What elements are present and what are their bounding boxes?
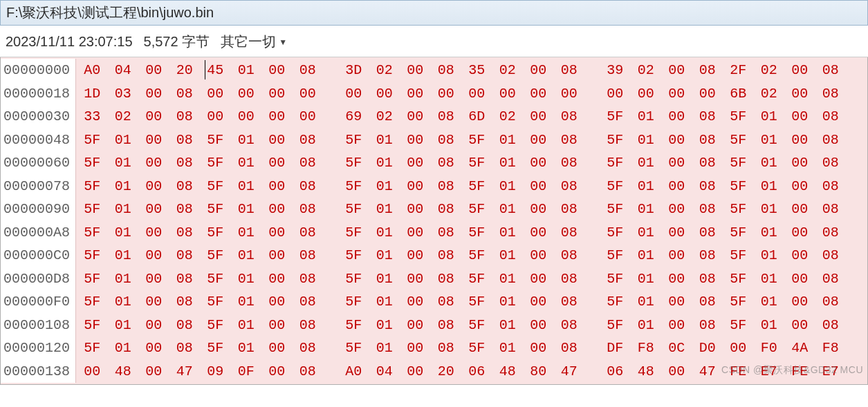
hex-byte[interactable]: 5F xyxy=(200,267,231,291)
hex-byte[interactable]: 08 xyxy=(169,314,201,337)
hex-byte[interactable]: 01 xyxy=(108,129,139,152)
hex-byte[interactable]: 08 xyxy=(169,151,201,175)
hex-byte[interactable]: 00 xyxy=(138,129,169,152)
hex-byte[interactable]: 5F xyxy=(200,290,231,314)
hex-byte[interactable]: 01 xyxy=(231,314,262,337)
hex-byte[interactable]: 00 xyxy=(261,267,293,291)
hex-byte[interactable]: 5F xyxy=(461,198,492,221)
hex-byte[interactable]: 5F xyxy=(723,105,754,129)
hex-byte[interactable]: 01 xyxy=(231,221,262,245)
hex-byte[interactable]: 5F xyxy=(338,290,369,314)
hex-byte[interactable]: 00 xyxy=(400,198,431,221)
hex-byte[interactable]: 48 xyxy=(631,360,662,384)
hex-byte[interactable]: 00 xyxy=(338,82,369,106)
hex-byte[interactable]: 5F xyxy=(461,337,492,360)
hex-byte[interactable]: 08 xyxy=(169,267,201,291)
hex-byte[interactable]: 08 xyxy=(815,267,847,291)
hex-byte[interactable]: 01 xyxy=(108,198,139,221)
hex-byte[interactable]: 08 xyxy=(169,82,201,106)
hex-byte[interactable]: 08 xyxy=(431,151,462,175)
hex-byte[interactable]: 08 xyxy=(293,360,324,384)
hex-row[interactable]: 000000303302000800000000 690200086D02000… xyxy=(1,105,867,129)
hex-byte[interactable]: 5F xyxy=(600,105,631,129)
hex-byte[interactable]: 08 xyxy=(293,290,324,314)
hex-byte[interactable]: 08 xyxy=(431,337,462,360)
hex-byte[interactable]: 5F xyxy=(77,337,108,360)
hex-byte[interactable]: 5F xyxy=(461,221,492,245)
hex-byte[interactable]: 08 xyxy=(293,221,324,245)
hex-byte[interactable]: 08 xyxy=(692,290,723,314)
hex-byte[interactable]: 00 xyxy=(631,82,662,106)
hex-byte[interactable]: 00 xyxy=(523,244,554,267)
hex-byte[interactable]: 69 xyxy=(338,105,369,129)
hex-byte[interactable]: 48 xyxy=(492,360,524,384)
hex-byte[interactable]: 01 xyxy=(231,244,262,267)
hex-byte[interactable]: 00 xyxy=(138,290,169,314)
hex-byte[interactable]: 00 xyxy=(261,129,293,152)
hex-byte[interactable]: 08 xyxy=(554,105,585,129)
hex-byte[interactable]: 08 xyxy=(815,175,847,198)
hex-byte[interactable]: 08 xyxy=(293,314,324,337)
hex-byte[interactable]: 00 xyxy=(784,314,815,337)
hex-byte[interactable]: 08 xyxy=(815,290,847,314)
hex-byte[interactable]: 47 xyxy=(692,360,723,384)
bytes-cell[interactable]: 5F0100085F010008 5F0100085F010008 5F0100… xyxy=(76,151,846,175)
hex-byte[interactable]: 01 xyxy=(231,59,262,82)
hex-byte[interactable]: 08 xyxy=(431,290,462,314)
hex-byte[interactable]: 00 xyxy=(784,198,815,221)
hex-byte[interactable]: 00 xyxy=(523,59,554,82)
hex-byte[interactable]: DF xyxy=(600,337,631,360)
hex-byte[interactable]: 00 xyxy=(661,129,692,152)
hex-byte[interactable]: 5F xyxy=(461,129,492,152)
hex-byte[interactable]: 5F xyxy=(77,129,108,152)
hex-byte[interactable]: 5F xyxy=(723,198,754,221)
hex-byte[interactable]: 00 xyxy=(492,82,524,106)
hex-byte[interactable]: 01 xyxy=(108,244,139,267)
hex-byte[interactable]: 08 xyxy=(169,337,201,360)
hex-byte[interactable]: 00 xyxy=(261,105,293,129)
hex-byte[interactable]: 01 xyxy=(369,337,400,360)
hex-byte[interactable]: 08 xyxy=(692,267,723,291)
hex-byte[interactable]: 5F xyxy=(200,221,231,245)
hex-byte[interactable]: 08 xyxy=(815,221,847,245)
hex-byte[interactable]: 3D xyxy=(338,59,369,82)
hex-byte[interactable]: 00 xyxy=(523,267,554,291)
hex-byte[interactable]: 01 xyxy=(492,244,524,267)
hex-byte[interactable]: 00 xyxy=(261,244,293,267)
hex-byte[interactable]: 00 xyxy=(523,314,554,337)
hex-byte[interactable]: 08 xyxy=(293,151,324,175)
hex-byte[interactable]: 47 xyxy=(554,360,585,384)
hex-byte[interactable]: 00 xyxy=(661,59,692,82)
hex-byte[interactable]: 08 xyxy=(431,129,462,152)
hex-byte[interactable]: 1D xyxy=(77,82,108,106)
hex-byte[interactable]: 01 xyxy=(108,314,139,337)
hex-byte[interactable]: 04 xyxy=(369,360,400,384)
hex-byte[interactable]: 5F xyxy=(200,337,231,360)
hex-byte[interactable]: 5F xyxy=(338,129,369,152)
hex-byte[interactable]: 01 xyxy=(231,151,262,175)
bytes-cell[interactable]: 5F0100085F010008 5F0100085F010008 5F0100… xyxy=(76,267,846,291)
hex-byte[interactable]: 5F xyxy=(77,244,108,267)
hex-byte[interactable]: 01 xyxy=(231,267,262,291)
hex-byte[interactable]: 5F xyxy=(461,151,492,175)
hex-byte[interactable]: 06 xyxy=(600,360,631,384)
hex-byte[interactable]: 00 xyxy=(661,360,692,384)
hex-byte[interactable]: 00 xyxy=(261,360,293,384)
hex-byte[interactable]: 00 xyxy=(231,105,262,129)
hex-byte[interactable]: 00 xyxy=(261,59,293,82)
hex-byte[interactable]: 00 xyxy=(523,198,554,221)
hex-byte[interactable]: 01 xyxy=(492,267,524,291)
hex-byte[interactable]: 08 xyxy=(692,314,723,337)
hex-byte[interactable]: 00 xyxy=(661,314,692,337)
hex-byte[interactable]: 00 xyxy=(523,151,554,175)
hex-row[interactable]: 000000A85F0100085F010008 5F0100085F01000… xyxy=(1,221,867,245)
hex-byte[interactable]: 02 xyxy=(492,59,524,82)
hex-byte[interactable]: 0F xyxy=(231,360,262,384)
hex-byte[interactable]: 5F xyxy=(600,175,631,198)
hex-byte[interactable]: 00 xyxy=(461,82,492,106)
hex-byte[interactable]: 5F xyxy=(723,290,754,314)
hex-byte[interactable]: 47 xyxy=(169,360,201,384)
hex-byte[interactable]: 08 xyxy=(431,244,462,267)
hex-byte[interactable]: 00 xyxy=(400,221,431,245)
bytes-cell[interactable]: A004002045010008 3D02000835020008 390200… xyxy=(76,59,846,82)
